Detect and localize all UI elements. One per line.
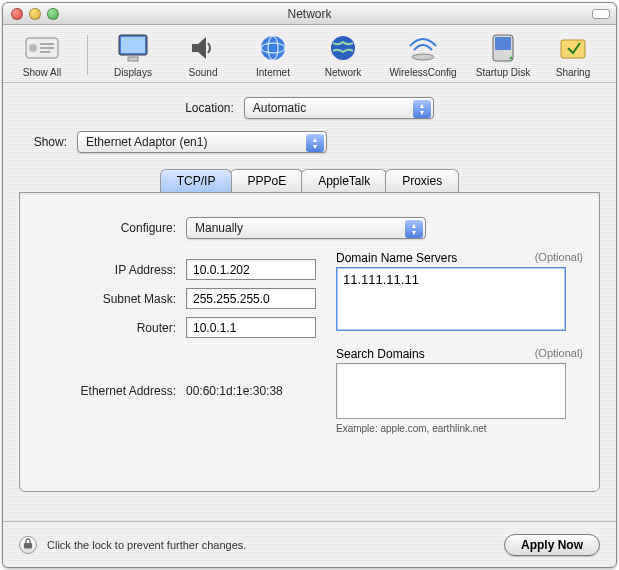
left-column: IP Address: Subnet Mask: Router: Etherne…: [36, 251, 316, 434]
search-example-hint: Example: apple.com, earthlink.net: [336, 423, 583, 434]
svg-rect-3: [40, 47, 54, 49]
location-value: Automatic: [253, 101, 306, 115]
dns-optional: (Optional): [535, 251, 583, 265]
location-label: Location:: [185, 101, 234, 115]
lock-button[interactable]: [19, 536, 37, 554]
tab-pppoe[interactable]: PPPoE: [230, 169, 303, 192]
router-input[interactable]: [186, 317, 316, 338]
wireless-icon: [406, 31, 440, 65]
search-domains-label: Search Domains: [336, 347, 425, 361]
sound-icon: [186, 31, 220, 65]
dns-label-row: Domain Name Servers (Optional): [336, 251, 583, 265]
toolbar-show-all[interactable]: Show All: [13, 31, 71, 78]
svg-rect-6: [121, 37, 145, 53]
toolbar-toggle-button[interactable]: [592, 9, 610, 19]
toolbar-sharing[interactable]: Sharing: [544, 31, 602, 78]
ip-address-input[interactable]: [186, 259, 316, 280]
tab-tcpip[interactable]: TCP/IP: [160, 169, 233, 192]
svg-point-11: [331, 36, 355, 60]
tab-label: PPPoE: [247, 174, 286, 188]
apply-label: Apply Now: [521, 538, 583, 552]
show-value: Ethernet Adaptor (en1): [86, 135, 207, 149]
select-arrows-icon: ▲▼: [405, 220, 423, 238]
search-label-row: Search Domains (Optional): [336, 347, 583, 361]
internet-icon: [256, 31, 290, 65]
search-domains-input[interactable]: [336, 363, 566, 419]
select-arrows-icon: ▲▼: [413, 100, 431, 118]
toolbar-label: Sound: [189, 67, 218, 78]
select-arrows-icon: ▲▼: [306, 134, 324, 152]
svg-rect-14: [495, 37, 511, 50]
tab-appletalk[interactable]: AppleTalk: [301, 169, 387, 192]
toolbar-label: Network: [325, 67, 362, 78]
toolbar: Show All Displays Sound Internet Networ: [3, 25, 616, 83]
ip-address-label: IP Address:: [36, 263, 176, 277]
configure-select[interactable]: Manually ▲▼: [186, 217, 426, 239]
dns-value: 11.111.11.11: [343, 272, 419, 287]
show-all-icon: [25, 31, 59, 65]
titlebar: Network: [3, 3, 616, 25]
svg-rect-7: [128, 57, 138, 61]
svg-point-15: [510, 57, 513, 60]
configure-label: Configure:: [36, 221, 176, 235]
ethernet-address-label: Ethernet Address:: [36, 384, 176, 398]
tab-label: TCP/IP: [177, 174, 216, 188]
right-column: Domain Name Servers (Optional) 11.111.11…: [336, 251, 583, 434]
toolbar-displays[interactable]: Displays: [104, 31, 162, 78]
subnet-mask-input[interactable]: [186, 288, 316, 309]
tab-proxies[interactable]: Proxies: [385, 169, 459, 192]
toolbar-startup-disk[interactable]: Startup Disk: [474, 31, 532, 78]
svg-rect-16: [561, 40, 585, 58]
toolbar-label: WirelessConfig: [389, 67, 456, 78]
toolbar-label: Displays: [114, 67, 152, 78]
show-select[interactable]: Ethernet Adaptor (en1) ▲▼: [77, 131, 327, 153]
svg-point-12: [412, 54, 434, 60]
preferences-window: Network Show All Displays Sound: [2, 2, 617, 568]
search-optional: (Optional): [535, 347, 583, 361]
configure-value: Manually: [195, 221, 243, 235]
toolbar-wireless[interactable]: WirelessConfig: [384, 31, 462, 78]
svg-rect-2: [40, 43, 54, 45]
content-area: Location: Automatic ▲▼ Show: Ethernet Ad…: [3, 83, 616, 521]
svg-point-1: [29, 44, 37, 52]
router-label: Router:: [36, 321, 176, 335]
toolbar-label: Internet: [256, 67, 290, 78]
toolbar-separator: [87, 35, 88, 75]
ethernet-address-value: 00:60:1d:1e:30:38: [186, 384, 283, 398]
toolbar-sound[interactable]: Sound: [174, 31, 232, 78]
startup-disk-icon: [486, 31, 520, 65]
apply-now-button[interactable]: Apply Now: [504, 534, 600, 556]
tab-label: AppleTalk: [318, 174, 370, 188]
dns-servers-input[interactable]: 11.111.11.11: [336, 267, 566, 331]
tab-bar: TCP/IP PPPoE AppleTalk Proxies: [19, 169, 600, 192]
lock-hint: Click the lock to prevent further change…: [47, 539, 246, 551]
footer: Click the lock to prevent further change…: [3, 521, 616, 567]
sharing-icon: [556, 31, 590, 65]
window-title: Network: [3, 7, 616, 21]
location-select[interactable]: Automatic ▲▼: [244, 97, 434, 119]
tab-label: Proxies: [402, 174, 442, 188]
tab-pane-tcpip: Configure: Manually ▲▼ IP Address: Subne…: [19, 192, 600, 492]
lock-icon: [23, 538, 33, 551]
displays-icon: [116, 31, 150, 65]
svg-point-8: [261, 36, 285, 60]
show-label: Show:: [19, 135, 67, 149]
subnet-mask-label: Subnet Mask:: [36, 292, 176, 306]
toolbar-label: Sharing: [556, 67, 590, 78]
dns-label: Domain Name Servers: [336, 251, 457, 265]
toolbar-network[interactable]: Network: [314, 31, 372, 78]
svg-rect-4: [40, 51, 50, 53]
network-icon: [326, 31, 360, 65]
toolbar-label: Startup Disk: [476, 67, 530, 78]
toolbar-label: Show All: [23, 67, 61, 78]
svg-rect-17: [24, 543, 32, 549]
toolbar-internet[interactable]: Internet: [244, 31, 302, 78]
